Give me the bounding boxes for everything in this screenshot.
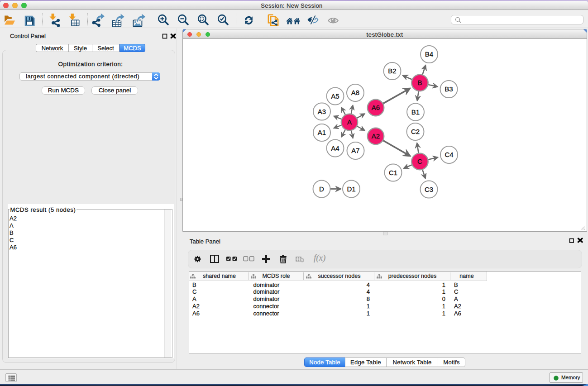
svg-text:B4: B4 xyxy=(425,50,433,58)
svg-text:C: C xyxy=(417,157,422,165)
svg-text:A6: A6 xyxy=(372,104,380,111)
svg-text:A4: A4 xyxy=(331,144,339,152)
svg-text:A7: A7 xyxy=(351,147,359,154)
svg-text:C4: C4 xyxy=(445,151,453,158)
svg-text:C3: C3 xyxy=(425,186,433,193)
svg-text:D1: D1 xyxy=(347,185,355,193)
svg-text:D: D xyxy=(319,185,324,193)
svg-text:A2: A2 xyxy=(372,132,380,140)
svg-text:B3: B3 xyxy=(445,85,453,93)
svg-text:A1: A1 xyxy=(318,129,326,136)
svg-text:C1: C1 xyxy=(389,169,397,176)
svg-text:C2: C2 xyxy=(411,128,420,135)
svg-text:B1: B1 xyxy=(411,108,420,116)
svg-text:B2: B2 xyxy=(388,67,396,75)
svg-text:B: B xyxy=(417,79,422,86)
svg-text:A3: A3 xyxy=(318,108,326,115)
svg-text:A: A xyxy=(347,118,352,126)
svg-text:A8: A8 xyxy=(351,89,359,96)
svg-text:A5: A5 xyxy=(331,92,339,100)
